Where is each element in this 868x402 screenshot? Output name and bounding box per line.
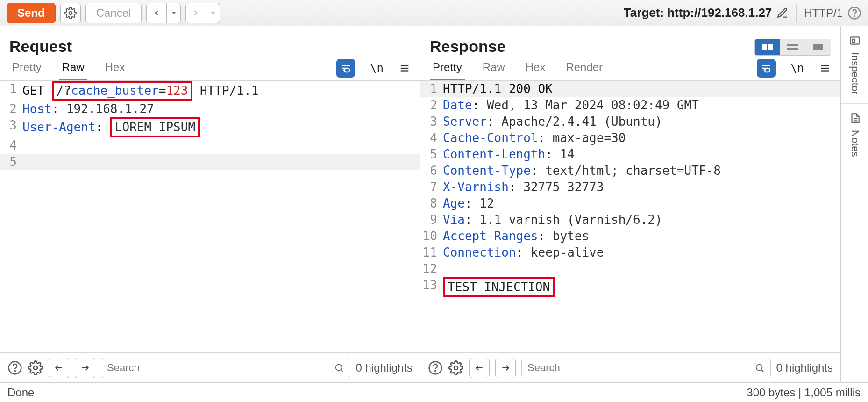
code-line[interactable]: 4 xyxy=(0,137,420,154)
svg-rect-20 xyxy=(813,44,823,50)
tab-raw[interactable]: Raw xyxy=(59,56,87,80)
highlight-box: /?cache_buster=123 xyxy=(52,81,193,101)
settings-button[interactable] xyxy=(60,3,81,23)
search-prev-button[interactable] xyxy=(49,358,69,378)
notes-icon xyxy=(849,112,861,124)
code-line[interactable]: 2Host: 192.168.1.27 xyxy=(0,101,420,117)
svg-point-4 xyxy=(854,15,855,16)
tab-raw[interactable]: Raw xyxy=(480,56,508,80)
response-editor[interactable]: 1HTTP/1.1 200 OK2Date: Wed, 13 Mar 2024 … xyxy=(420,81,840,352)
request-search[interactable] xyxy=(101,358,350,378)
chevron-left-icon xyxy=(152,9,161,17)
code-line[interactable]: 3User-Agent: LOREM IPSUM xyxy=(0,117,420,137)
history-back-menu[interactable] xyxy=(167,3,181,23)
line-code[interactable] xyxy=(22,154,420,170)
newline-label[interactable]: \n xyxy=(370,62,384,75)
status-metrics: 300 bytes | 1,005 millis xyxy=(747,386,861,399)
search-input[interactable] xyxy=(107,362,334,374)
code-line[interactable]: 7X-Varnish: 32775 32773 xyxy=(420,179,840,195)
search-icon xyxy=(754,363,765,373)
layout-columns-icon[interactable] xyxy=(755,39,780,55)
line-code[interactable]: Via: 1.1 varnish (Varnish/6.2) xyxy=(443,212,840,228)
history-back-group xyxy=(146,3,181,23)
line-code[interactable]: Content-Length: 14 xyxy=(443,146,840,163)
edit-target-icon[interactable] xyxy=(776,7,789,19)
tab-hex[interactable]: Hex xyxy=(523,56,548,80)
cancel-button[interactable]: Cancel xyxy=(85,3,142,23)
help-icon[interactable] xyxy=(847,6,861,20)
inspector-tab[interactable]: Inspector xyxy=(841,26,868,104)
line-code[interactable]: HTTP/1.1 200 OK xyxy=(443,81,840,97)
code-line[interactable]: 1HTTP/1.1 200 OK xyxy=(420,81,840,97)
line-code[interactable]: GET /?cache_buster=123 HTTP/1.1 xyxy=(22,81,420,101)
code-line[interactable]: 5Content-Length: 14 xyxy=(420,146,840,163)
layout-toggle[interactable] xyxy=(754,39,831,56)
tab-hex[interactable]: Hex xyxy=(102,56,128,80)
line-code[interactable] xyxy=(443,261,840,277)
line-code[interactable]: Cache-Control: max-age=30 xyxy=(443,130,840,146)
divider xyxy=(796,5,797,22)
search-next-button[interactable] xyxy=(75,358,95,378)
wrap-toggle[interactable] xyxy=(336,59,355,78)
help-icon[interactable] xyxy=(428,360,443,375)
gear-icon[interactable] xyxy=(448,360,463,375)
code-line[interactable]: 2Date: Wed, 13 Mar 2024 08:02:49 GMT xyxy=(420,97,840,114)
code-line[interactable]: 8Age: 12 xyxy=(420,195,840,212)
newline-label[interactable]: \n xyxy=(790,62,804,75)
code-line[interactable]: 5 xyxy=(0,154,420,170)
wrap-toggle[interactable] xyxy=(757,59,776,78)
line-code[interactable]: User-Agent: LOREM IPSUM xyxy=(22,117,420,137)
code-line[interactable]: 11Connection: keep-alive xyxy=(420,244,840,261)
tab-pretty[interactable]: Pretty xyxy=(9,56,44,80)
code-line[interactable]: 12 xyxy=(420,261,840,277)
line-code[interactable]: Date: Wed, 13 Mar 2024 08:02:49 GMT xyxy=(443,97,840,114)
request-editor[interactable]: 1GET /?cache_buster=123 HTTP/1.12Host: 1… xyxy=(0,81,420,352)
http-version-label[interactable]: HTTP/1 xyxy=(804,7,843,20)
arrow-right-icon xyxy=(501,363,510,373)
line-code[interactable]: X-Varnish: 32775 32773 xyxy=(443,179,840,195)
request-highlight-count: 0 highlights xyxy=(356,361,413,374)
chevron-right-icon xyxy=(192,9,200,17)
send-button[interactable]: Send xyxy=(7,3,56,23)
code-line[interactable]: 3Server: Apache/2.4.41 (Ubuntu) xyxy=(420,114,840,130)
history-back-button[interactable] xyxy=(146,3,167,23)
hamburger-icon[interactable] xyxy=(398,63,411,73)
search-input[interactable] xyxy=(527,362,754,374)
code-line[interactable]: 9Via: 1.1 varnish (Varnish/6.2) xyxy=(420,212,840,228)
history-forward-button[interactable] xyxy=(185,3,206,23)
line-number: 8 xyxy=(420,195,443,212)
search-prev-button[interactable] xyxy=(469,358,490,378)
line-code[interactable] xyxy=(22,137,420,154)
code-line[interactable]: 10Accept-Ranges: bytes xyxy=(420,228,840,244)
line-code[interactable]: Accept-Ranges: bytes xyxy=(443,228,840,244)
hamburger-icon[interactable] xyxy=(819,63,831,73)
tab-pretty[interactable]: Pretty xyxy=(430,56,465,80)
tab-render[interactable]: Render xyxy=(563,56,605,80)
code-line[interactable]: 6Content-Type: text/html; charset=UTF-8 xyxy=(420,163,840,179)
svg-point-0 xyxy=(69,11,72,14)
wrap-icon xyxy=(340,64,351,73)
line-code[interactable]: TEST INJECTION xyxy=(443,277,840,297)
layout-single-icon[interactable] xyxy=(805,39,831,55)
layout-rows-icon[interactable] xyxy=(780,39,805,55)
code-line[interactable]: 4Cache-Control: max-age=30 xyxy=(420,130,840,146)
line-code[interactable]: Content-Type: text/html; charset=UTF-8 xyxy=(443,163,840,179)
response-search[interactable] xyxy=(521,358,771,378)
target-prefix: Target: xyxy=(624,6,667,20)
code-line[interactable]: 13TEST INJECTION xyxy=(420,277,840,297)
notes-tab[interactable]: Notes xyxy=(841,104,868,165)
help-icon[interactable] xyxy=(7,360,22,375)
search-next-button[interactable] xyxy=(495,358,516,378)
line-number: 3 xyxy=(0,117,22,137)
history-forward-menu[interactable] xyxy=(206,3,220,23)
code-line[interactable]: 1GET /?cache_buster=123 HTTP/1.1 xyxy=(0,81,420,101)
line-code[interactable]: Host: 192.168.1.27 xyxy=(22,101,420,117)
svg-point-10 xyxy=(14,370,15,371)
arrow-right-icon xyxy=(80,363,90,373)
line-code[interactable]: Server: Apache/2.4.41 (Ubuntu) xyxy=(443,114,840,130)
svg-rect-19 xyxy=(787,48,798,50)
line-code[interactable]: Connection: keep-alive xyxy=(443,244,840,261)
line-number: 2 xyxy=(0,101,22,117)
line-code[interactable]: Age: 12 xyxy=(443,195,840,212)
gear-icon[interactable] xyxy=(28,360,43,375)
